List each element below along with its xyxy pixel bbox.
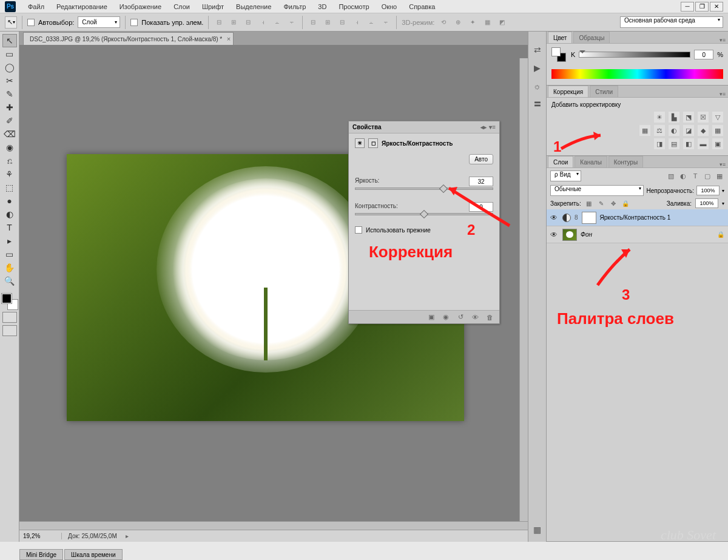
properties-icon[interactable]: ▦ [531,524,544,536]
stamp-tool[interactable]: ⌫ [2,127,17,141]
menu-view[interactable]: Просмотр [332,3,375,10]
layer-row[interactable]: 👁 Фон 🔒 [547,226,728,243]
color-swatches[interactable] [2,294,18,309]
lock-all-icon[interactable]: 🔒 [621,199,630,207]
type-tool[interactable]: T [2,221,17,234]
layer-row[interactable]: 👁 8 Яркость/Контрастность 1 [547,209,728,226]
heal-tool[interactable]: ✚ [2,101,17,114]
mode3d-icon[interactable]: ✦ [467,17,478,28]
bw-adj-icon[interactable]: ◐ [669,125,679,136]
menu-image[interactable]: Изображение [113,3,167,10]
trash-icon[interactable]: 🗑 [485,313,494,322]
legacy-checkbox[interactable] [355,226,362,234]
zoom-tool[interactable]: 🔍 [2,274,17,288]
lasso-tool[interactable]: ◯ [2,61,17,74]
panel-menu-icon[interactable]: ▾≡ [717,37,728,43]
panel-menu-icon[interactable]: ▾≡ [717,161,728,167]
levels-adj-icon[interactable]: ▙ [669,112,679,123]
brightness-input[interactable] [469,177,493,186]
collapse-icon[interactable]: ◂▸ [480,124,487,130]
filter-shape-icon[interactable]: ▢ [703,172,712,180]
hue-ramp[interactable] [551,69,723,79]
clip-icon[interactable]: ▣ [426,313,436,322]
show-transform-checkbox[interactable] [130,19,138,26]
mask-link-icon[interactable]: 8 [575,214,578,221]
panel-color-swatches[interactable] [551,47,566,62]
menu-filter[interactable]: Фильтр [277,3,312,10]
menu-help[interactable]: Справка [403,3,441,10]
foreground-color-swatch[interactable] [2,294,12,303]
selective-color-adj-icon[interactable]: ▣ [712,138,723,149]
layer-name[interactable]: Фон [581,231,592,238]
mode3d-icon[interactable]: ⊕ [453,17,463,28]
distribute-icon[interactable]: ⫞ [351,17,362,28]
channel-mixer-adj-icon[interactable]: ◆ [698,125,709,136]
curves-adj-icon[interactable]: ⬔ [683,112,694,123]
close-button[interactable]: ✕ [710,2,723,12]
align-icon[interactable]: ⊟ [243,17,254,28]
timeline-tab[interactable]: Шкала времени [64,549,122,560]
layer-name[interactable]: Яркость/Контрастность 1 [600,214,671,221]
lock-position-icon[interactable]: ✥ [609,199,618,207]
rectangle-tool[interactable]: ▭ [2,248,17,261]
blend-mode-select[interactable]: Обычные [550,185,644,196]
crop-tool[interactable]: ✂ [2,74,17,87]
color-tab[interactable]: Цвет [548,32,572,43]
invert-adj-icon[interactable]: ◨ [654,138,665,149]
layers-tab[interactable]: Слои [548,156,573,167]
distribute-icon[interactable]: ⫠ [366,17,377,28]
properties-dialog[interactable]: Свойства ◂▸▾≡ ☀ ◻ Яркость/Контрастность … [348,121,500,324]
histogram-icon[interactable]: 〓 [531,98,544,110]
eyedropper-tool[interactable]: ✎ [2,87,17,101]
align-icon[interactable]: ⫞ [257,17,268,28]
distribute-icon[interactable]: ⫟ [380,17,391,28]
mini-bridge-tab[interactable]: Mini Bridge [19,549,63,560]
lock-transparency-icon[interactable]: ▦ [585,199,593,207]
swatches-tab[interactable]: Образцы [573,32,610,43]
panel-menu-icon[interactable]: ▾≡ [717,91,728,97]
align-icon[interactable]: ⫟ [286,17,297,28]
menu-3d[interactable]: 3D [312,3,332,10]
filter-pixel-icon[interactable]: ▧ [666,172,676,180]
hue-adj-icon[interactable]: ▦ [639,125,650,136]
channels-tab[interactable]: Каналы [575,156,607,167]
document-tab[interactable]: DSC_0338.JPG @ 19,2% (Яркость/Контрастно… [23,32,234,45]
align-icon[interactable]: ⫠ [272,17,283,28]
maximize-button[interactable]: ❐ [695,2,709,12]
move-tool[interactable]: ↖ [2,34,17,47]
threshold-adj-icon[interactable]: ◧ [683,138,694,149]
hand-tool[interactable]: ✋ [2,261,17,274]
menu-edit[interactable]: Редактирование [50,3,113,10]
play-icon[interactable]: ▶ [531,62,544,74]
balance-adj-icon[interactable]: ⚖ [654,125,665,136]
adjustments-tab[interactable]: Коррекция [548,86,588,97]
lut-adj-icon[interactable]: ▦ [712,125,723,136]
distribute-icon[interactable]: ⊞ [322,17,333,28]
move-tool-icon[interactable]: ↖ [5,16,17,29]
layer-kind-filter[interactable]: ρ Вид [550,170,581,181]
auto-button[interactable]: Авто [469,154,493,164]
filter-adjust-icon[interactable]: ◐ [678,172,688,180]
menu-type[interactable]: Шрифт [196,3,230,10]
close-tab-icon[interactable]: × [227,35,231,42]
menu-select[interactable]: Выделение [230,3,277,10]
paths-tab[interactable]: Контуры [608,156,643,167]
menu-icon[interactable]: ▾≡ [489,124,496,130]
dodge-tool[interactable]: ● [2,194,17,207]
brush-tool[interactable]: ✐ [2,114,17,127]
history-brush-tool[interactable]: ◉ [2,141,17,154]
contrast-slider[interactable] [355,213,493,215]
visibility-icon[interactable]: 👁 [550,214,559,222]
history-icon[interactable]: ⇄ [531,44,544,56]
mode3d-icon[interactable]: ▦ [482,17,493,28]
visibility-icon[interactable]: 👁 [470,313,480,322]
gradient-tool[interactable]: ⚘ [2,167,17,181]
lock-image-icon[interactable]: ✎ [597,199,605,207]
path-select-tool[interactable]: ▸ [2,234,17,248]
sun-icon[interactable]: ☼ [531,80,544,92]
styles-tab[interactable]: Стили [590,86,618,97]
vibrance-adj-icon[interactable]: ▽ [712,112,723,123]
screenmode-button[interactable] [2,325,17,336]
dialog-titlebar[interactable]: Свойства ◂▸▾≡ [349,121,499,133]
brightness-adj-icon[interactable]: ☀ [654,112,665,123]
